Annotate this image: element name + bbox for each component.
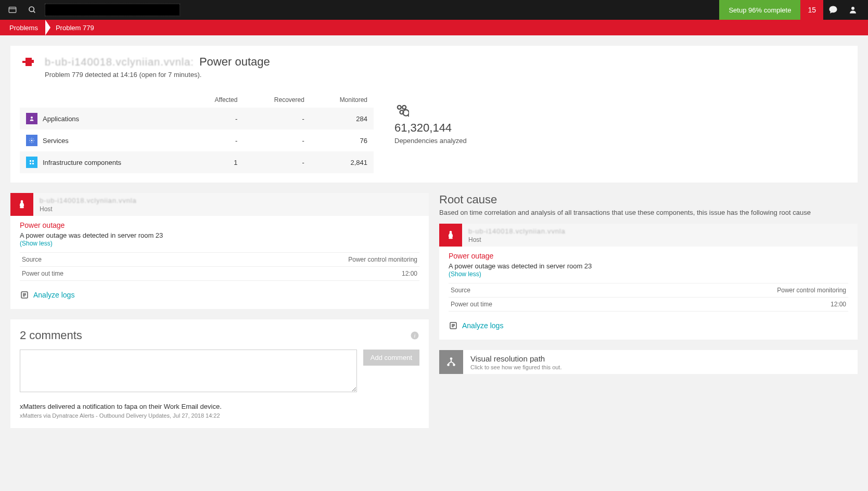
host-type-label: Host bbox=[40, 205, 136, 213]
problem-title: Power outage bbox=[199, 55, 270, 69]
svg-point-5 bbox=[31, 117, 33, 119]
col-header-name bbox=[20, 92, 188, 108]
host-event-card: b-ub-i140018.vclyniian.vvnla Host Power … bbox=[10, 193, 429, 309]
vrp-subtitle: Click to see how we figured this out. bbox=[470, 364, 561, 370]
comments-title: 2 comments bbox=[20, 329, 82, 342]
root-cause-host-header[interactable]: b-ub-i140018.vclyniian.vvnla Host bbox=[439, 224, 858, 247]
host-name: b-ub-i140018.vclyniian.vvnla bbox=[468, 227, 565, 235]
comment-textarea[interactable] bbox=[20, 350, 357, 392]
dependencies-count: 61,320,144 bbox=[394, 121, 467, 135]
svg-point-11 bbox=[398, 106, 401, 109]
infrastructure-icon bbox=[26, 157, 37, 168]
svg-rect-9 bbox=[30, 163, 31, 164]
svg-point-28 bbox=[453, 364, 455, 366]
host-name: b-ub-i140018.vclyniian.vvnla bbox=[40, 197, 136, 204]
vrp-title: Visual resolution path bbox=[470, 354, 561, 363]
comment-meta: xMatters via Dynatrace Alerts - Outbound… bbox=[20, 412, 419, 419]
event-details-table: SourcePower control monitoring Power out… bbox=[449, 283, 848, 312]
breadcrumb-problems[interactable]: Problems bbox=[5, 20, 45, 35]
analyze-logs-link[interactable]: Analyze logs bbox=[20, 290, 419, 300]
top-bar: Setup 96% complete 15 bbox=[0, 0, 868, 20]
analyze-logs-link[interactable]: Analyze logs bbox=[449, 321, 848, 330]
event-description: A power outage was detected in server ro… bbox=[20, 231, 419, 239]
svg-line-15 bbox=[408, 115, 409, 117]
table-row[interactable]: Infrastructure components 1 - 2,841 bbox=[20, 151, 374, 173]
svg-point-26 bbox=[450, 357, 453, 360]
add-comment-button[interactable]: Add comment bbox=[363, 350, 419, 366]
table-row[interactable]: Applications - - 284 bbox=[20, 108, 374, 130]
col-header-recovered: Recovered bbox=[244, 92, 310, 108]
event-title: Power outage bbox=[20, 221, 419, 229]
menu-icon[interactable] bbox=[5, 3, 20, 17]
user-icon[interactable] bbox=[843, 0, 863, 20]
host-type-label: Host bbox=[468, 236, 565, 243]
event-details-table: SourcePower control monitoring Power out… bbox=[20, 252, 419, 281]
log-icon bbox=[20, 290, 29, 300]
linux-icon bbox=[439, 224, 462, 247]
svg-rect-0 bbox=[9, 7, 16, 13]
power-plug-icon bbox=[20, 55, 37, 73]
log-icon bbox=[449, 321, 458, 330]
setup-progress-badge[interactable]: Setup 96% complete bbox=[719, 0, 800, 20]
svg-line-3 bbox=[33, 11, 35, 12]
root-cause-host-card: b-ub-i140018.vclyniian.vvnla Host Power … bbox=[439, 224, 858, 340]
svg-point-6 bbox=[31, 140, 33, 141]
info-icon[interactable]: i bbox=[410, 331, 419, 340]
service-icon bbox=[26, 135, 37, 146]
dependencies-panel: 61,320,144 Dependencies analyzed bbox=[394, 92, 467, 173]
svg-rect-10 bbox=[32, 163, 34, 164]
svg-point-12 bbox=[402, 106, 406, 109]
breadcrumb-current: Problem 779 bbox=[45, 20, 101, 35]
root-cause-subtitle: Based on time correlation and analysis o… bbox=[439, 209, 858, 216]
host-header[interactable]: b-ub-i140018.vclyniian.vvnla Host bbox=[10, 193, 429, 216]
problem-summary-card: b-ub-i140018.vclyniian.vvnla: Power outa… bbox=[10, 46, 858, 183]
linux-icon bbox=[10, 193, 33, 216]
search-icon[interactable] bbox=[25, 3, 40, 17]
table-row[interactable]: Services - - 76 bbox=[20, 130, 374, 151]
visual-resolution-path-card[interactable]: Visual resolution path Click to see how … bbox=[439, 350, 858, 374]
svg-point-27 bbox=[447, 364, 450, 366]
col-header-affected: Affected bbox=[188, 92, 244, 108]
comment-item: xMatters delivered a notification to fap… bbox=[20, 403, 419, 419]
event-title: Power outage bbox=[449, 252, 848, 260]
svg-text:i: i bbox=[414, 333, 416, 339]
problem-host-name: b-ub-i140018.vclyniian.vvnla: bbox=[45, 56, 194, 68]
application-icon bbox=[26, 113, 37, 124]
chat-icon[interactable] bbox=[823, 0, 843, 20]
root-cause-section: Root cause Based on time correlation and… bbox=[439, 193, 858, 340]
show-less-link[interactable]: (Show less) bbox=[449, 270, 481, 278]
root-cause-title: Root cause bbox=[439, 193, 858, 206]
notification-count-badge[interactable]: 15 bbox=[800, 0, 823, 20]
tree-icon bbox=[439, 350, 463, 374]
event-description: A power outage was detected in server ro… bbox=[449, 262, 848, 270]
dependencies-icon bbox=[394, 102, 467, 117]
svg-rect-8 bbox=[32, 160, 34, 162]
svg-point-2 bbox=[29, 7, 34, 11]
comment-text: xMatters delivered a notification to fap… bbox=[20, 403, 419, 410]
show-less-link[interactable]: (Show less) bbox=[20, 240, 53, 247]
breadcrumb: Problems Problem 779 bbox=[0, 20, 868, 35]
col-header-monitored: Monitored bbox=[311, 92, 374, 108]
impact-table: Affected Recovered Monitored Application… bbox=[20, 92, 374, 173]
problem-subtitle: Problem 779 detected at 14:16 (open for … bbox=[45, 71, 270, 79]
comments-card: 2 comments i Add comment xMatters delive… bbox=[10, 319, 429, 428]
search-input[interactable] bbox=[45, 4, 180, 16]
svg-point-4 bbox=[851, 7, 854, 10]
svg-rect-7 bbox=[30, 160, 31, 162]
dependencies-label: Dependencies analyzed bbox=[394, 137, 467, 145]
